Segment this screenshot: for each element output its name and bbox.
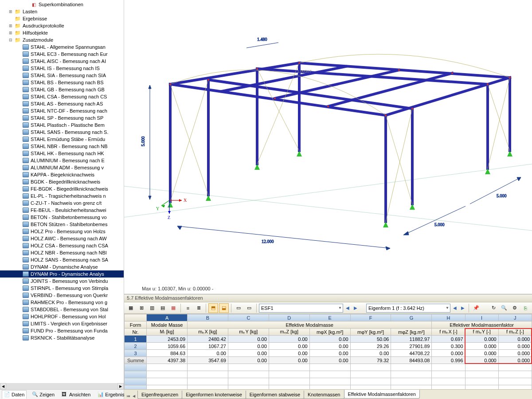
col-letter[interactable]: D: [269, 314, 309, 321]
module-item[interactable]: FE-BGDK - Biegedrillknicknachweis: [0, 185, 124, 192]
module-item[interactable]: STAHL NBR - Bemessung nach NB: [0, 143, 124, 150]
col-letter[interactable]: C: [228, 314, 269, 321]
tool-grid-icon[interactable]: ⊞: [137, 303, 146, 313]
col-letter[interactable]: H: [432, 314, 465, 321]
result-tab[interactable]: Effektive Modalmassenfaktoren: [344, 390, 420, 399]
tool-filter-icon[interactable]: ▤: [158, 303, 168, 313]
module-item[interactable]: HOLZ Pro - Bemessung von Holzs: [0, 228, 124, 235]
sidebar-tab[interactable]: 🔍Zeigen: [30, 391, 56, 399]
tool-rows2-icon[interactable]: ≣: [194, 303, 203, 313]
tool-chart-icon[interactable]: ▭: [234, 303, 243, 313]
tool-chart2-icon[interactable]: ▭: [244, 303, 254, 313]
project-tree[interactable]: ◧Superkombinationen⊞LastenErgebnisse⊞Aus…: [0, 0, 124, 383]
module-item[interactable]: HOHLPROF - Bemessung von Hol: [0, 313, 124, 320]
module-item[interactable]: BETON - Stahlbetonbemessung vo: [0, 214, 124, 221]
module-item[interactable]: DYNAM - Dynamische Analyse: [0, 263, 124, 270]
module-item[interactable]: STAHL CSA - Bemessung nach CS: [0, 93, 124, 100]
module-item[interactable]: STAHL SP - Bemessung nach SP: [0, 114, 124, 121]
tool-columns-icon[interactable]: ▥: [147, 303, 157, 313]
module-item[interactable]: ALUMINIUM ADM - Bemessung v: [0, 164, 124, 171]
sidebar-tab[interactable]: 📄Daten: [2, 390, 27, 399]
col-letter[interactable]: J: [498, 314, 532, 321]
tree-item[interactable]: ◧Superkombinationen: [0, 1, 124, 8]
module-item[interactable]: ALUMINIUM - Bemessung nach E: [0, 157, 124, 164]
module-item[interactable]: HOLZ NBR - Bemessung nach NBI: [0, 249, 124, 256]
result-tab[interactable]: Eigenformen stabweise: [246, 391, 304, 399]
col-letter[interactable]: F: [350, 314, 391, 321]
module-item[interactable]: STAHL BS - Bemessung nach BS: [0, 79, 124, 86]
module-item[interactable]: STAHL SANS - Bemessung nach S.: [0, 129, 124, 136]
module-item[interactable]: C-ZU-T - Nachweis von grenz c/t: [0, 200, 124, 207]
module-item[interactable]: STAHL - Allgemeine Spannungsan: [0, 43, 124, 51]
module-item[interactable]: STAHL SIA - Bemessung nach SIA: [0, 72, 124, 79]
module-item[interactable]: STABDÜBEL - Bemessung von Stal: [0, 306, 124, 313]
module-item[interactable]: STAHL GB - Bemessung nach GB: [0, 86, 124, 93]
module-item[interactable]: STAHL AS - Bemessung nach AS: [0, 100, 124, 107]
tab-nav-prev[interactable]: ◀: [131, 393, 137, 399]
row-number[interactable]: 3: [125, 350, 147, 357]
col-letter[interactable]: A: [147, 314, 188, 321]
prev-case-button[interactable]: ◀: [344, 304, 351, 313]
modal-mass-table[interactable]: ABCDEFGHIJFormModale MasseEffektive Moda…: [124, 314, 532, 389]
module-item[interactable]: VERBIND - Bemessung von Querkr: [0, 292, 124, 299]
loadcase-combo[interactable]: ESF1▼: [259, 304, 343, 313]
module-item[interactable]: RAHMECK Pro - Bemessung von g: [0, 299, 124, 306]
module-item[interactable]: FE-BEUL - Beulsicherheitsnachwei: [0, 207, 124, 214]
module-item[interactable]: STAHL AISC - Bemessung nach AI: [0, 58, 124, 65]
expander-icon[interactable]: [24, 2, 29, 7]
tool-table-icon[interactable]: ▦: [126, 303, 136, 313]
tree-item[interactable]: ⊞Hilfsobjekte: [0, 29, 124, 36]
scroll-left-button[interactable]: ◀: [0, 383, 6, 389]
module-item[interactable]: STAHL EC3 - Bemessung nach Eur: [0, 51, 124, 58]
tool-find-icon[interactable]: 🔍: [499, 303, 509, 313]
row-number[interactable]: 1: [125, 336, 147, 343]
tool-export-icon[interactable]: ⎘: [520, 303, 530, 313]
module-item[interactable]: RSKNICK - Stabilitätsanalyse: [0, 334, 124, 341]
row-number[interactable]: 2: [125, 343, 147, 350]
expander-icon[interactable]: ⊞: [8, 30, 13, 35]
module-item[interactable]: HOLZ CSA - Bemessung nach CSA: [0, 242, 124, 249]
mode-combo[interactable]: Eigenform 1 (f : 3.642 Hz)▼: [366, 304, 450, 313]
module-item[interactable]: DYNAM Pro - Dynamische Analys: [0, 270, 124, 278]
expander-icon[interactable]: ⊟: [8, 37, 13, 43]
module-item[interactable]: BGDK - Biegedrillknicknachweis: [0, 178, 124, 185]
tool-highlight2-icon[interactable]: ⬓: [219, 303, 229, 313]
module-item[interactable]: FUND Pro - Bemessung von Funda: [0, 327, 124, 334]
expander-icon[interactable]: ⊞: [8, 23, 13, 28]
tool-refresh-icon[interactable]: ↻: [489, 303, 498, 313]
tool-settings-icon[interactable]: ⚙: [510, 303, 520, 313]
col-letter[interactable]: B: [188, 314, 228, 321]
module-item[interactable]: STAHL Plastisch - Plastische Bem: [0, 121, 124, 129]
module-item[interactable]: BETON Stützen - Stahlbetonbemes: [0, 221, 124, 228]
module-item[interactable]: STAHL Ermüdung Stäbe - Ermüdu: [0, 136, 124, 143]
tab-nav-first[interactable]: ⏮: [126, 393, 131, 399]
module-item[interactable]: STIRNPL - Bemessung von Stirnpla: [0, 285, 124, 292]
result-tab[interactable]: Eigenfrequenzen: [137, 391, 182, 399]
model-viewport[interactable]: X Y Z 5.000 12.000: [124, 0, 532, 294]
module-item[interactable]: JOINTS - Bemessung von Verbindu: [0, 278, 124, 285]
col-letter[interactable]: G: [391, 314, 432, 321]
tree-item[interactable]: ⊞Lasten: [0, 8, 124, 15]
table-row[interactable]: 21059.661067.270.000.000.0029.2627901.89…: [125, 343, 532, 350]
prev-mode-button[interactable]: ◀: [451, 304, 458, 313]
tool-color-icon[interactable]: ▦: [168, 303, 178, 313]
expander-icon[interactable]: [8, 16, 13, 21]
expander-icon[interactable]: ⊞: [8, 9, 13, 14]
module-item[interactable]: HOLZ AWC - Bemessung nach AW: [0, 235, 124, 242]
module-item[interactable]: LIMITS - Vergleich von Ergebnisser: [0, 320, 124, 327]
module-item[interactable]: STAHL IS - Bemessung nach IS: [0, 65, 124, 72]
tool-pin-icon[interactable]: 📌: [471, 303, 481, 313]
table-row[interactable]: 3884.630.000.000.000.000.0044708.220.000…: [125, 350, 532, 357]
tree-item[interactable]: ⊟Zusatzmodule: [0, 36, 124, 43]
tree-item[interactable]: Ergebnisse: [0, 15, 124, 22]
result-tab[interactable]: Eigenformen knotenweise: [182, 391, 246, 399]
table-row[interactable]: 12453.092480.420.000.000.0050.0611882.97…: [125, 336, 532, 343]
module-item[interactable]: STAHL HK - Bemessung nach HK: [0, 150, 124, 157]
module-item[interactable]: EL-PL - Tragsicherheitsnachweis n: [0, 192, 124, 200]
tree-item[interactable]: ⊞Ausdruckprotokolle: [0, 22, 124, 29]
next-case-button[interactable]: ▶: [352, 304, 359, 313]
col-letter[interactable]: E: [309, 314, 350, 321]
sidebar-hscroll[interactable]: ◀ ▶: [0, 383, 124, 389]
next-mode-button[interactable]: ▶: [459, 304, 466, 313]
result-tab[interactable]: Knotenmassen: [304, 391, 344, 399]
